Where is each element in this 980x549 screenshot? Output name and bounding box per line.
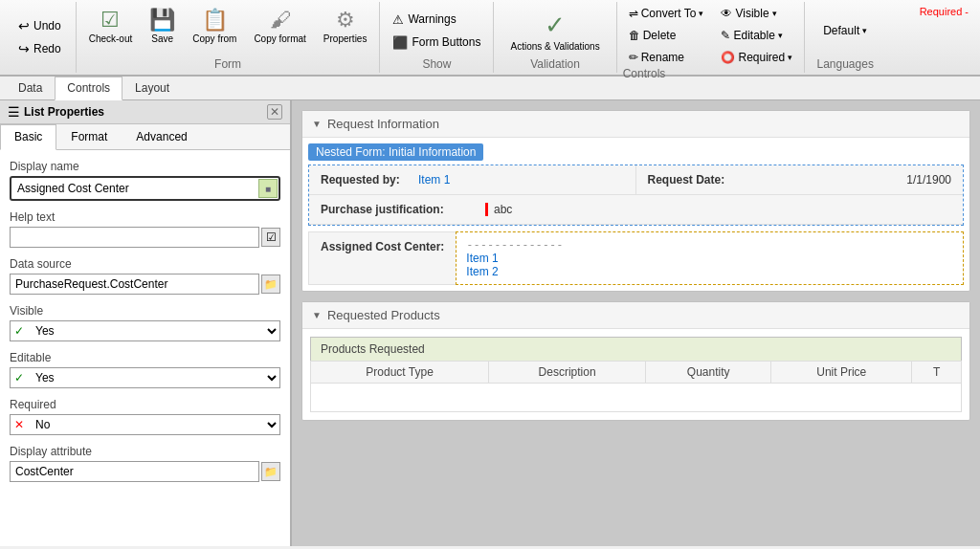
data-source-browse[interactable]: 📁 xyxy=(261,274,280,294)
right-panel: ▼ Request Information Nested Form: Initi… xyxy=(292,100,980,546)
help-text-check[interactable]: ☑ xyxy=(261,228,280,247)
properties-label: Properties xyxy=(323,33,368,44)
panel-header: ☰ List Properties ✕ xyxy=(0,100,290,124)
default-label: Default xyxy=(823,24,859,37)
languages-toolbar-group: Default ▾ Languages xyxy=(805,2,885,73)
rename-button[interactable]: ✏ Rename xyxy=(623,48,710,67)
requested-by-label: Requested by: xyxy=(321,173,407,187)
request-date-label: Request Date: xyxy=(648,173,725,187)
request-date-value: 1/1/1900 xyxy=(906,173,951,187)
section1-chevron[interactable]: ▼ xyxy=(312,119,322,129)
copy-format-label: Copy format xyxy=(254,33,305,44)
display-name-group: Display name ■ xyxy=(10,160,280,201)
form-buttons-button[interactable]: ⬛ Form Buttons xyxy=(386,33,487,53)
section2-chevron[interactable]: ▼ xyxy=(312,310,322,320)
save-icon: 💾 xyxy=(149,8,175,33)
undo-label: Undo xyxy=(33,19,61,33)
panel-tab-advanced[interactable]: Advanced xyxy=(122,124,201,149)
display-name-icon[interactable]: ■ xyxy=(258,179,278,198)
panel-body: Display name ■ Help text ☑ xyxy=(0,150,290,546)
assigned-label-cell: Assigned Cost Center: xyxy=(308,231,456,285)
col-t: T xyxy=(912,362,962,384)
warnings-label: Warnings xyxy=(408,12,456,26)
requested-products-section: ▼ Requested Products Products Requested … xyxy=(301,301,970,421)
tab-controls[interactable]: Controls xyxy=(55,77,122,100)
data-source-input[interactable] xyxy=(10,274,259,295)
save-button[interactable]: 💾 Save xyxy=(143,4,182,48)
toolbar: ↩ Undo ↪ Redo ☑ Check-out 💾 Save 📋 Copy … xyxy=(0,0,980,77)
checkout-label: Check-out xyxy=(89,33,133,44)
visible-select[interactable]: Yes No xyxy=(28,321,279,340)
display-name-input-row: ■ xyxy=(10,176,280,201)
nested-form-header: Nested Form: Initial Information xyxy=(308,143,483,161)
editable-button[interactable]: ✎ Editable ▾ xyxy=(715,26,798,45)
form-toolbar-group: ☑ Check-out 💾 Save 📋 Copy from 🖌 Copy fo… xyxy=(77,2,381,73)
col-unit-price: Unit Price xyxy=(771,362,912,384)
properties-icon: ⚙ xyxy=(336,8,355,33)
purchase-justification-cell: Purchase justification: abc xyxy=(309,195,963,225)
data-source-label: Data source xyxy=(10,257,280,271)
controls-toolbar-group: ⇌ Convert To ▾ 🗑 Delete ✏ Rename 👁 Visib… xyxy=(617,2,806,73)
products-table: Product Type Description Quantity Unit P… xyxy=(310,361,962,412)
help-text-group: Help text ☑ xyxy=(10,210,280,248)
default-arrow-icon: ▾ xyxy=(862,26,867,35)
section1-header: ▼ Request Information xyxy=(302,111,969,138)
left-panel: ☰ List Properties ✕ Basic Format Advance… xyxy=(0,100,292,546)
form-buttons-label: Form Buttons xyxy=(412,35,480,49)
main-content: ☰ List Properties ✕ Basic Format Advance… xyxy=(0,100,980,546)
eye-icon: 👁 xyxy=(721,7,732,20)
assigned-separator: -------------- xyxy=(466,238,953,252)
panel-tab-basic[interactable]: Basic xyxy=(0,124,56,150)
delete-label: Delete xyxy=(643,29,677,42)
col-description: Description xyxy=(489,362,646,384)
help-text-label: Help text xyxy=(10,210,280,224)
show-toolbar-group: ⚠ Warnings ⬛ Form Buttons Show xyxy=(380,2,494,73)
products-table-header: Products Requested xyxy=(310,337,962,361)
tab-layout[interactable]: Layout xyxy=(122,77,182,99)
required-select[interactable]: No Yes xyxy=(28,415,279,434)
copy-from-button[interactable]: 📋 Copy from xyxy=(186,4,243,48)
required-icon: ⭕ xyxy=(721,51,735,64)
languages-group-label: Languages xyxy=(817,57,874,71)
editable-label: Editable xyxy=(733,29,774,42)
delete-button[interactable]: 🗑 Delete xyxy=(623,26,710,45)
convert-to-label: Convert To xyxy=(641,7,697,20)
actions-validations-button[interactable]: ✓ Actions & Validations xyxy=(501,7,608,55)
panel-title: ☰ List Properties xyxy=(8,104,104,120)
redo-button[interactable]: ↪ Redo xyxy=(11,38,68,59)
undo-button[interactable]: ↩ Undo xyxy=(11,15,68,36)
display-name-input[interactable] xyxy=(12,179,256,198)
editable-select[interactable]: Yes No xyxy=(28,368,279,387)
requested-by-cell: Requested by: Item 1 xyxy=(309,165,636,195)
properties-button[interactable]: ⚙ Properties xyxy=(317,4,374,48)
checkout-button[interactable]: ☑ Check-out xyxy=(82,4,140,48)
convert-icon: ⇌ xyxy=(629,7,638,20)
display-attribute-label: Display attribute xyxy=(10,445,280,458)
editable-arrow-icon: ▾ xyxy=(778,31,783,40)
required-group: Required ✕ No Yes xyxy=(10,398,280,435)
visible-group: Visible ✓ Yes No xyxy=(10,304,280,341)
data-source-group: Data source 📁 xyxy=(10,257,280,295)
required-arrow-icon: ▾ xyxy=(788,53,792,62)
assigned-value-cell: -------------- Item 1 Item 2 xyxy=(456,231,964,285)
required-button[interactable]: ⭕ Required ▾ xyxy=(715,48,798,67)
visible-button[interactable]: 👁 Visible ▾ xyxy=(715,4,798,23)
convert-to-button[interactable]: ⇌ Convert To ▾ xyxy=(623,4,710,23)
copy-from-icon: 📋 xyxy=(202,8,228,33)
col-quantity: Quantity xyxy=(646,362,771,384)
section2-title: Requested Products xyxy=(327,308,440,322)
controls-group-label: Controls xyxy=(623,67,799,80)
tab-data[interactable]: Data xyxy=(6,77,55,99)
form-buttons-icon: ⬛ xyxy=(392,35,408,50)
panel-tab-format[interactable]: Format xyxy=(56,124,122,149)
panel-close-button[interactable]: ✕ xyxy=(267,104,282,120)
display-attribute-browse[interactable]: 📁 xyxy=(261,462,280,481)
editable-group: Editable ✓ Yes No xyxy=(10,351,280,388)
display-attribute-input[interactable] xyxy=(10,461,259,482)
help-text-input[interactable] xyxy=(10,227,259,248)
actions-validations-label: Actions & Validations xyxy=(510,41,599,52)
warnings-button[interactable]: ⚠ Warnings xyxy=(386,10,487,30)
default-button[interactable]: Default ▾ xyxy=(814,19,876,42)
copy-format-button[interactable]: 🖌 Copy format xyxy=(247,4,312,48)
actions-icon: ✓ xyxy=(545,11,566,40)
